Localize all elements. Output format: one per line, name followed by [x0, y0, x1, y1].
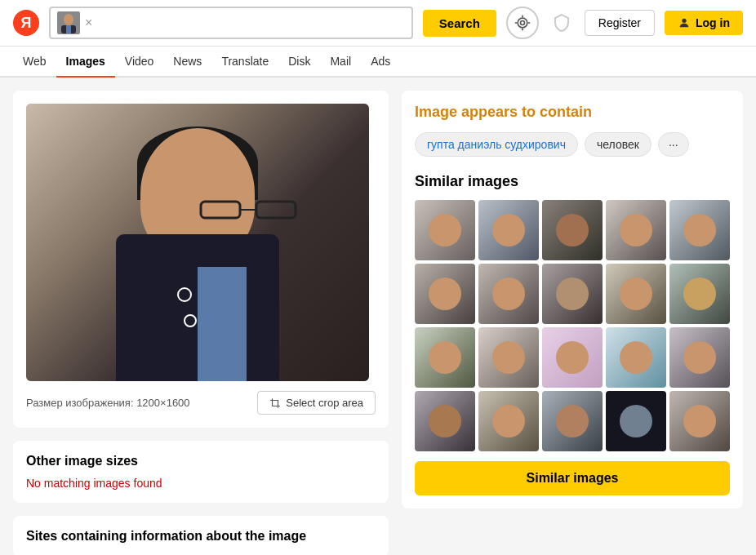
left-panel: Размер изображения: 1200×1600 Select cro… — [13, 91, 389, 555]
svg-rect-2 — [66, 25, 71, 33]
thumb-9[interactable] — [606, 264, 666, 324]
body — [116, 234, 279, 381]
shield-icon — [549, 10, 575, 36]
thumb-2[interactable] — [478, 200, 539, 260]
nav-bar: Web Images Video News Translate Disk Mai… — [0, 47, 756, 78]
contains-title: Image appears to contain — [415, 104, 730, 121]
thumb-13[interactable] — [542, 327, 603, 388]
thumb-6[interactable] — [415, 264, 475, 324]
similar-images-button[interactable]: Similar images — [415, 461, 730, 495]
user-icon — [678, 16, 691, 29]
clear-search-button[interactable]: × — [85, 16, 92, 29]
nav-images[interactable]: Images — [56, 47, 115, 78]
thumb-15[interactable] — [669, 327, 730, 388]
thumb-16[interactable] — [415, 391, 475, 451]
nav-translate[interactable]: Translate — [211, 47, 278, 76]
camera-search-button[interactable] — [506, 7, 539, 39]
header: Я × Search Register Log in — [0, 0, 756, 47]
thumb-7[interactable] — [478, 264, 539, 324]
tag-more-button[interactable]: ··· — [658, 132, 689, 157]
image-size: Размер изображения: 1200×1600 — [26, 397, 190, 409]
nav-disk[interactable]: Disk — [278, 47, 320, 76]
shirt — [198, 267, 247, 381]
svg-rect-7 — [256, 202, 296, 218]
crop-icon — [269, 397, 281, 409]
other-sizes-title: Other image sizes — [26, 454, 376, 468]
svg-point-0 — [64, 14, 73, 25]
search-input[interactable] — [97, 16, 404, 30]
search-button[interactable]: Search — [423, 10, 496, 37]
thumb-12[interactable] — [478, 327, 539, 388]
similar-title: Similar images — [415, 173, 730, 190]
nav-mail[interactable]: Mail — [320, 47, 361, 76]
thumb-1[interactable] — [415, 200, 475, 260]
right-card: Image appears to contain гупта даниэль с… — [402, 91, 743, 508]
main-image — [26, 104, 369, 381]
search-bar: × — [49, 7, 413, 39]
right-panel: Image appears to contain гупта даниэль с… — [402, 91, 743, 555]
thumb-17[interactable] — [478, 391, 539, 451]
select-crop-button[interactable]: Select crop area — [257, 391, 376, 415]
thumb-5[interactable] — [669, 200, 730, 260]
sites-card: Sites containing information about the i… — [13, 516, 389, 555]
thumb-14[interactable] — [606, 327, 666, 388]
thumb-3[interactable] — [542, 200, 603, 260]
thumb-20[interactable] — [669, 391, 730, 451]
login-button[interactable]: Log in — [665, 11, 743, 35]
thumb-8[interactable] — [542, 264, 603, 324]
main-content: Размер изображения: 1200×1600 Select cro… — [0, 78, 756, 555]
person-figure — [91, 120, 304, 381]
svg-point-4 — [520, 21, 524, 25]
nav-ads[interactable]: Ads — [361, 47, 400, 76]
thumb-19[interactable] — [606, 391, 666, 451]
crop-handle-2[interactable] — [184, 314, 197, 327]
svg-rect-6 — [201, 202, 240, 218]
svg-point-5 — [682, 19, 686, 23]
register-button[interactable]: Register — [585, 10, 655, 36]
search-thumbnail — [57, 11, 80, 34]
other-sizes-card: Other image sizes No matching images fou… — [13, 441, 389, 503]
yandex-logo: Я — [13, 10, 39, 36]
tag-human[interactable]: человек — [585, 132, 651, 157]
image-card: Размер изображения: 1200×1600 Select cro… — [13, 91, 389, 428]
nav-web[interactable]: Web — [13, 47, 56, 76]
crop-handle-1[interactable] — [177, 287, 192, 302]
glasses — [199, 198, 297, 222]
thumb-18[interactable] — [542, 391, 603, 451]
similar-grid — [415, 200, 730, 451]
thumb-11[interactable] — [415, 327, 475, 388]
tag-person-name[interactable]: гупта даниэль судхирович — [415, 132, 578, 157]
tags-row: гупта даниэль судхирович человек ··· — [415, 132, 730, 157]
thumb-10[interactable] — [669, 264, 730, 324]
sites-title: Sites containing information about the i… — [26, 529, 376, 544]
image-meta: Размер изображения: 1200×1600 Select cro… — [26, 391, 376, 415]
no-match-text: No matching images found — [26, 477, 376, 490]
nav-video[interactable]: Video — [115, 47, 164, 76]
nav-news[interactable]: News — [163, 47, 211, 76]
thumb-4[interactable] — [606, 200, 666, 260]
svg-point-3 — [518, 18, 527, 28]
